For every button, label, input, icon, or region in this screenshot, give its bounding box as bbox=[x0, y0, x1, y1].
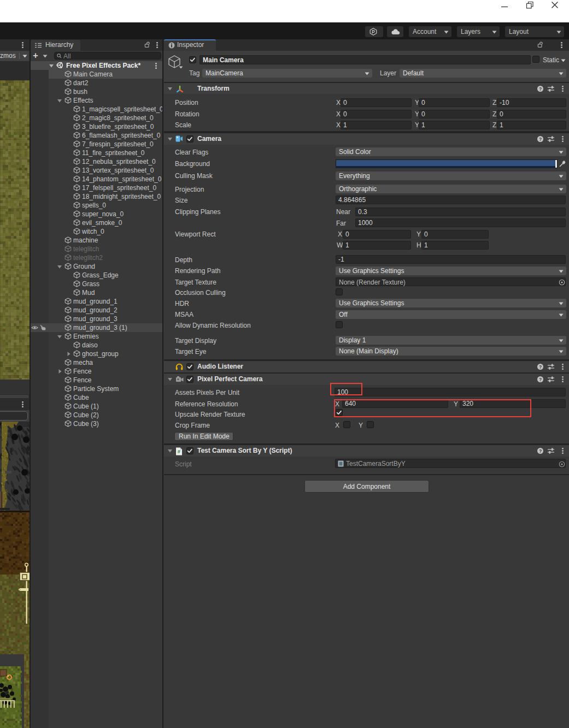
svg-text:?: ? bbox=[539, 377, 542, 382]
svg-text:?: ? bbox=[539, 137, 542, 142]
svg-text:?: ? bbox=[539, 448, 542, 454]
svg-text:#: # bbox=[178, 448, 181, 454]
svg-text:?: ? bbox=[539, 364, 542, 370]
svg-text:?: ? bbox=[539, 86, 542, 92]
